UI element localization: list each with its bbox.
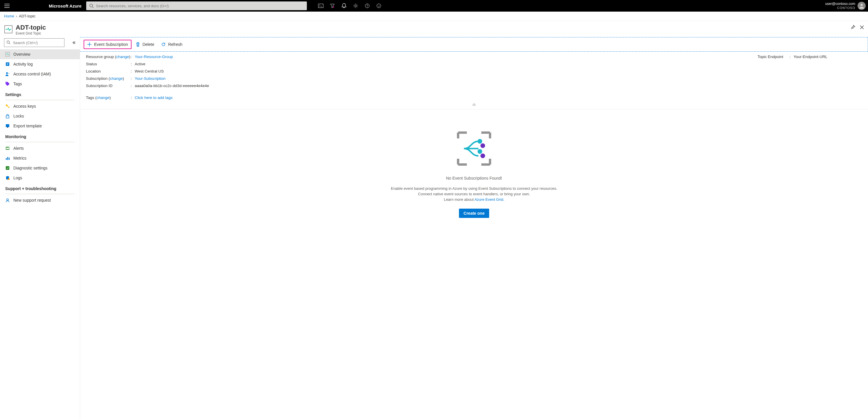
subscription-link[interactable]: Your-Subscription bbox=[135, 76, 165, 80]
sidebar-item-label: Diagnostic settings bbox=[13, 166, 48, 170]
field-label: Location bbox=[86, 69, 131, 73]
status-value: Active bbox=[135, 62, 146, 66]
directories-button[interactable] bbox=[327, 0, 338, 11]
field-label: Resource group bbox=[86, 55, 114, 59]
sidebar-item-metrics[interactable]: Metrics bbox=[0, 153, 80, 163]
alerts-icon bbox=[5, 146, 10, 151]
svg-point-8 bbox=[379, 5, 380, 5]
global-search-input[interactable] bbox=[86, 1, 307, 10]
feedback-button[interactable] bbox=[373, 0, 385, 11]
location-value: West Central US bbox=[135, 69, 164, 73]
user-email: user@contoso.com bbox=[825, 2, 855, 6]
sidebar-item-diagnostic-settings[interactable]: Diagnostic settings bbox=[0, 163, 80, 173]
svg-point-7 bbox=[378, 5, 378, 5]
top-bar: Microsoft Azure user@contoso.com CONTOSO bbox=[0, 0, 868, 11]
delete-button[interactable]: Delete bbox=[133, 40, 157, 49]
svg-point-4 bbox=[365, 4, 369, 8]
delete-icon bbox=[135, 42, 140, 47]
create-one-button[interactable]: Create one bbox=[459, 208, 489, 218]
azure-event-grid-link[interactable]: Azure Event Grid bbox=[474, 197, 503, 202]
svg-rect-24 bbox=[7, 157, 8, 160]
user-icon bbox=[859, 3, 865, 9]
resource-group-link[interactable]: Your-Resource-Group bbox=[135, 55, 173, 59]
plus-icon bbox=[87, 42, 92, 47]
overview-icon bbox=[5, 52, 10, 57]
sidebar-item-label: Tags bbox=[13, 82, 22, 86]
svg-rect-1 bbox=[318, 4, 323, 8]
button-label: Event Subscription bbox=[94, 42, 128, 47]
svg-point-30 bbox=[477, 139, 482, 143]
feedback-icon bbox=[376, 3, 381, 8]
bell-icon bbox=[342, 3, 346, 8]
svg-point-2 bbox=[333, 6, 334, 7]
gear-icon bbox=[353, 3, 358, 8]
svg-point-11 bbox=[7, 41, 9, 43]
sidebar-search-input[interactable] bbox=[4, 38, 64, 47]
diagnostic-icon bbox=[5, 166, 10, 170]
sidebar-item-label: New support request bbox=[13, 198, 51, 202]
metrics-icon bbox=[5, 156, 10, 160]
svg-point-32 bbox=[477, 149, 482, 154]
svg-rect-26 bbox=[6, 166, 9, 170]
add-tags-link[interactable]: Click here to add tags bbox=[135, 95, 173, 100]
sidebar-item-access-keys[interactable]: Access keys bbox=[0, 101, 80, 111]
brand-label: Microsoft Azure bbox=[14, 3, 86, 8]
lock-icon bbox=[5, 114, 10, 118]
essentials-row-location: Location : West Central US bbox=[86, 69, 209, 73]
sidebar-item-label: Access keys bbox=[13, 104, 36, 108]
sidebar-item-tags[interactable]: Tags bbox=[0, 79, 80, 89]
event-subscription-button[interactable]: Event Subscription bbox=[84, 40, 131, 49]
notifications-button[interactable] bbox=[338, 0, 350, 11]
essentials-row-subscription: Subscription (change) : Your-Subscriptio… bbox=[86, 76, 209, 80]
essentials-row-tags: Tags (change) : Click here to add tags bbox=[86, 95, 209, 100]
field-label: Topic Endpoint bbox=[757, 55, 789, 59]
hamburger-menu-button[interactable] bbox=[0, 0, 14, 11]
sidebar-item-access-control[interactable]: Access control (IAM) bbox=[0, 69, 80, 79]
svg-rect-25 bbox=[9, 158, 9, 160]
sidebar-item-locks[interactable]: Locks bbox=[0, 111, 80, 121]
close-icon bbox=[860, 25, 864, 29]
sidebar-item-alerts[interactable]: Alerts bbox=[0, 143, 80, 153]
sidebar-item-new-support-request[interactable]: New support request bbox=[0, 195, 80, 205]
sidebar-item-export-template[interactable]: Export template bbox=[0, 121, 80, 131]
sidebar-item-logs[interactable]: Logs bbox=[0, 173, 80, 183]
button-label: Delete bbox=[143, 42, 154, 47]
help-button[interactable] bbox=[362, 0, 373, 11]
svg-point-9 bbox=[861, 4, 863, 6]
sidebar-group-settings: Settings bbox=[0, 89, 80, 99]
main-content: Event Subscription Delete Refresh Resour… bbox=[80, 37, 868, 419]
collapse-sidebar-button[interactable] bbox=[70, 39, 78, 46]
field-label: Subscription bbox=[86, 76, 107, 80]
sidebar-item-label: Overview bbox=[13, 52, 30, 57]
svg-point-28 bbox=[8, 178, 9, 180]
breadcrumb: Home › ADT-topic bbox=[0, 11, 868, 21]
key-icon bbox=[5, 104, 10, 108]
breadcrumb-home[interactable]: Home bbox=[4, 14, 14, 18]
page-header: ADT-topic Event Grid Topic bbox=[0, 21, 868, 37]
svg-rect-19 bbox=[6, 124, 9, 127]
settings-button[interactable] bbox=[350, 0, 362, 11]
essentials-row-status: Status : Active bbox=[86, 62, 209, 66]
sidebar-group-support: Support + troubleshooting bbox=[0, 183, 80, 193]
user-account-menu[interactable]: user@contoso.com CONTOSO bbox=[825, 2, 868, 10]
svg-point-5 bbox=[367, 7, 367, 7]
sidebar-item-label: Logs bbox=[13, 175, 22, 180]
sidebar-item-overview[interactable]: Overview bbox=[0, 49, 80, 59]
subscription-id-value: aaaa0a0a-bb1b-cc2c-dd3d-eeeeee4e4e4e bbox=[135, 84, 209, 88]
empty-state: No Event Subscriptions Found! Enable eve… bbox=[80, 109, 868, 238]
sidebar-item-activity-log[interactable]: Activity log bbox=[0, 59, 80, 69]
collapse-essentials-button[interactable] bbox=[80, 103, 868, 109]
close-button[interactable] bbox=[860, 25, 864, 30]
support-icon bbox=[5, 198, 10, 202]
sidebar-item-label: Export template bbox=[13, 124, 42, 128]
svg-point-29 bbox=[7, 199, 8, 200]
field-label: Status bbox=[86, 62, 131, 66]
change-link[interactable]: change bbox=[97, 95, 110, 100]
cloud-shell-button[interactable] bbox=[315, 0, 327, 11]
sidebar-item-label: Metrics bbox=[13, 156, 26, 160]
help-icon bbox=[365, 3, 370, 8]
pin-button[interactable] bbox=[850, 25, 855, 30]
refresh-button[interactable]: Refresh bbox=[158, 40, 185, 49]
change-link[interactable]: change bbox=[110, 76, 123, 80]
change-link[interactable]: change bbox=[116, 55, 129, 59]
